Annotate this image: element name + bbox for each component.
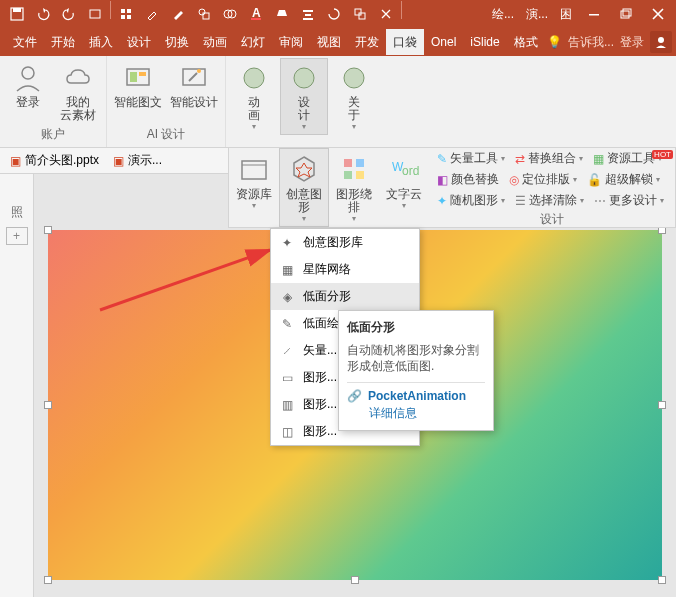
- tab-developer[interactable]: 开发: [348, 29, 386, 55]
- svg-rect-36: [344, 171, 352, 179]
- thumbnail-pane: 照 +: [0, 174, 34, 597]
- resize-handle[interactable]: [44, 576, 52, 584]
- doc-tab[interactable]: ▣ 简介头图.pptx: [6, 152, 103, 169]
- svg-rect-25: [139, 72, 146, 76]
- svg-rect-13: [303, 10, 313, 12]
- tab-animations[interactable]: 动画: [196, 29, 234, 55]
- tab-islide[interactable]: iSlide: [463, 29, 506, 55]
- svg-rect-15: [303, 18, 313, 20]
- doc-tab[interactable]: ▣ 演示...: [109, 152, 166, 169]
- random-icon: ✦: [437, 194, 447, 208]
- resize-handle[interactable]: [658, 401, 666, 409]
- animation-button[interactable]: 动 画▾: [230, 58, 278, 135]
- svg-rect-16: [355, 9, 361, 15]
- wrap-shape-button[interactable]: 图形绕排▾: [329, 148, 379, 227]
- svg-point-30: [344, 68, 364, 88]
- creative-shape-button[interactable]: 创意图形▾: [279, 148, 329, 227]
- user-icon[interactable]: [650, 31, 672, 53]
- random-shape-button[interactable]: ✦随机图形▾: [433, 192, 509, 209]
- svg-rect-12: [251, 18, 261, 20]
- tab-slideshow[interactable]: 幻灯: [234, 29, 272, 55]
- shape-icon: ◫: [279, 424, 295, 440]
- new-slide-icon[interactable]: [82, 1, 108, 27]
- redo-icon[interactable]: [56, 1, 82, 27]
- svg-rect-4: [127, 9, 131, 13]
- resize-handle[interactable]: [44, 401, 52, 409]
- tab-format[interactable]: 格式: [507, 29, 545, 55]
- brush-icon[interactable]: [165, 1, 191, 27]
- smart-graphic-button[interactable]: 智能图文: [111, 58, 165, 113]
- tab-file[interactable]: 文件: [6, 29, 44, 55]
- about-button[interactable]: 关 于▾: [330, 58, 378, 135]
- tooltip-more[interactable]: 详细信息: [369, 405, 485, 422]
- tab-pocket[interactable]: 口袋: [386, 29, 424, 55]
- shapes-icon[interactable]: [191, 1, 217, 27]
- vector-icon: ⟋: [279, 343, 295, 359]
- resize-handle[interactable]: [658, 576, 666, 584]
- tab-design[interactable]: 设计: [120, 29, 158, 55]
- dd-shape-library[interactable]: ✦创意图形库: [271, 229, 419, 256]
- svg-rect-17: [359, 13, 365, 19]
- vector-tools-button[interactable]: ✎矢量工具▾: [433, 150, 509, 167]
- minimize-icon[interactable]: [580, 1, 608, 27]
- person-icon: [12, 62, 44, 94]
- close-icon[interactable]: [644, 1, 672, 27]
- add-slide-icon[interactable]: +: [6, 227, 28, 245]
- resize-handle[interactable]: [44, 226, 52, 234]
- star-icon: ✦: [279, 235, 295, 251]
- svg-rect-1: [13, 8, 21, 12]
- filter-icon: ☰: [515, 194, 526, 208]
- resource-lib-button[interactable]: 资源库▾: [229, 148, 279, 227]
- svg-rect-19: [621, 11, 629, 18]
- color-replace-button[interactable]: ◧颜色替换: [433, 171, 503, 188]
- merge-icon[interactable]: [217, 1, 243, 27]
- smart-design-button[interactable]: 智能设计: [167, 58, 221, 113]
- svg-rect-37: [356, 171, 364, 179]
- position-layout-button[interactable]: ◎定位排版▾: [505, 171, 581, 188]
- shape-icon: ▥: [279, 397, 295, 413]
- tooltip-link[interactable]: 🔗 PocketAnimation: [347, 382, 485, 403]
- svg-point-27: [197, 69, 201, 73]
- ribbon-tabs: 文件 开始 插入 设计 切换 动画 幻灯 审阅 视图 开发 口袋 Onel iS…: [0, 28, 676, 56]
- restore-icon[interactable]: [612, 1, 640, 27]
- group-label: 设计: [429, 211, 675, 230]
- swap-icon: ⇄: [515, 152, 525, 166]
- super-unlock-button[interactable]: 🔓超级解锁▾: [583, 171, 664, 188]
- grid-icon[interactable]: [113, 1, 139, 27]
- more-design-button[interactable]: ⋯更多设计▾: [590, 192, 668, 209]
- word-cloud-button[interactable]: WordHOT 文字云▾: [379, 148, 429, 227]
- circle-icon: [238, 62, 270, 94]
- dd-low-poly-split[interactable]: ◈低面分形: [271, 283, 419, 310]
- rotate-icon[interactable]: [321, 1, 347, 27]
- dd-star-matrix[interactable]: ▦星阵网络: [271, 256, 419, 283]
- ribbon: 登录 我的 云素材 账户 智能图文 智能设计 AI 设计 动 画▾: [0, 56, 676, 148]
- eyedropper-icon[interactable]: [139, 1, 165, 27]
- design-button[interactable]: 设 计▾: [280, 58, 328, 135]
- undo-icon[interactable]: [30, 1, 56, 27]
- login-button[interactable]: 登录: [4, 58, 52, 113]
- tab-transitions[interactable]: 切换: [158, 29, 196, 55]
- replace-group-button[interactable]: ⇄替换组合▾: [511, 150, 587, 167]
- ribbon-group-account: 登录 我的 云素材 账户: [0, 56, 107, 147]
- fill-icon[interactable]: [269, 1, 295, 27]
- select-clear-button[interactable]: ☰选择清除▾: [511, 192, 588, 209]
- tab-view[interactable]: 视图: [310, 29, 348, 55]
- font-color-icon[interactable]: A: [243, 1, 269, 27]
- window-label: 绘...: [488, 6, 518, 23]
- crop-icon[interactable]: [373, 1, 399, 27]
- login-link[interactable]: 登录: [620, 34, 644, 51]
- resize-handle[interactable]: [351, 576, 359, 584]
- tooltip-title: 低面分形: [347, 319, 485, 336]
- tell-me[interactable]: 告诉我...: [568, 34, 614, 51]
- tab-onekey[interactable]: Onel: [424, 29, 463, 55]
- svg-rect-2: [90, 10, 100, 18]
- tab-insert[interactable]: 插入: [82, 29, 120, 55]
- group-icon[interactable]: [347, 1, 373, 27]
- cloud-assets-button[interactable]: 我的 云素材: [54, 58, 102, 126]
- circle-icon: [338, 62, 370, 94]
- tab-review[interactable]: 审阅: [272, 29, 310, 55]
- align-icon[interactable]: [295, 1, 321, 27]
- save-icon[interactable]: [4, 1, 30, 27]
- link-icon: 🔗: [347, 389, 362, 403]
- tab-home[interactable]: 开始: [44, 29, 82, 55]
